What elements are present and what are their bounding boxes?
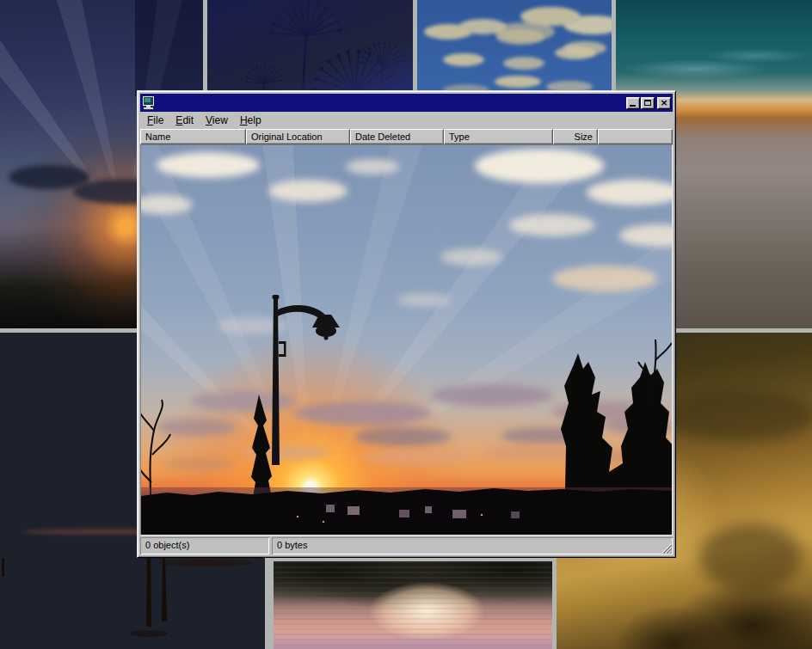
menu-help[interactable]: Help (234, 113, 268, 128)
column-header-original-location[interactable]: Original Location (246, 129, 350, 144)
ripple-texture (274, 561, 552, 649)
status-total-size: 0 bytes (272, 537, 673, 554)
resize-grip[interactable] (661, 542, 672, 554)
list-column-headers: Name Original Location Date Deleted Type… (140, 129, 673, 144)
column-header-blank[interactable] (598, 129, 673, 144)
column-header-type[interactable]: Type (444, 129, 553, 144)
status-bar: 0 object(s) 0 bytes (140, 537, 673, 554)
maximize-icon (644, 100, 651, 106)
overlapping-photo-corner (135, 0, 203, 96)
titlebar[interactable]: × (140, 94, 673, 112)
column-header-date-deleted[interactable]: Date Deleted (350, 129, 444, 144)
minimize-button[interactable] (626, 97, 640, 109)
street-lamp-silhouette (272, 295, 340, 465)
status-object-count: 0 object(s) (140, 537, 269, 554)
recycle-bin-window: × File Edit View Help Name Original Loca… (137, 90, 676, 558)
wallpaper-photo-water-reflection (269, 557, 557, 649)
menu-bar: File Edit View Help (140, 112, 673, 129)
column-header-name[interactable]: Name (140, 129, 246, 144)
menu-view[interactable]: View (200, 113, 234, 128)
photo-silhouettes (141, 145, 673, 536)
maximize-button[interactable] (641, 97, 655, 109)
menu-edit[interactable]: Edit (169, 113, 200, 128)
close-icon: × (660, 99, 667, 107)
file-list-area[interactable] (140, 144, 673, 536)
column-header-size[interactable]: Size (553, 129, 598, 144)
computer-icon (142, 96, 156, 109)
sunset-streetlamp-photo (141, 145, 672, 535)
menu-file[interactable]: File (141, 113, 169, 128)
minimize-icon (630, 105, 636, 107)
close-button[interactable]: × (657, 97, 671, 109)
